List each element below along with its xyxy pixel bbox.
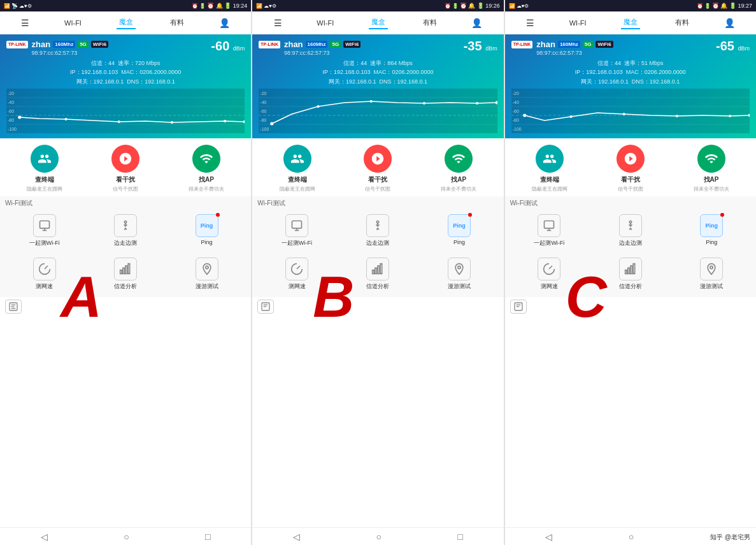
test-channel-c[interactable]: 信道分析 — [591, 254, 669, 294]
btn-interference-a[interactable]: 看干扰 信号干扰图 — [111, 145, 139, 193]
memo-icon-a[interactable] — [5, 300, 22, 314]
test-walk-a[interactable]: 边走边测 — [86, 210, 164, 251]
svg-point-31 — [476, 102, 478, 105]
interference-icon-b — [364, 145, 392, 173]
nav-mohe-b[interactable]: 魔盒 — [369, 16, 388, 29]
signal-unit-a: dBm — [233, 45, 245, 52]
svg-point-54 — [748, 114, 750, 117]
test-grid-c: 一起测Wi-Fi 边走边测 Ping Ping — [510, 210, 751, 294]
interference-sub-b: 信号干扰图 — [365, 185, 390, 193]
wifi-name-row-c: zhan 160Mhz 5G WiFi6 — [536, 40, 712, 49]
svg-point-52 — [676, 115, 678, 117]
wifi-mac-b: 98:97:cc:62:57:73 — [284, 50, 460, 56]
status-bar-a: 📶 📡 ☁♥⚙ ⏰ 🔋 ⏰ 🔔 🔋 19:24 — [0, 0, 251, 11]
test-channel-label-b: 信道分析 — [366, 282, 389, 291]
nav-youhao-a[interactable]: 有料 — [168, 17, 187, 29]
home-btn-b[interactable]: ○ — [376, 532, 382, 542]
wifi-name-row-a: zhan 160Mhz 5G WiFi6 — [32, 40, 208, 49]
test-roam-a[interactable]: 漫游测试 — [168, 254, 246, 294]
hamburger-c[interactable]: ☰ — [526, 18, 534, 28]
recent-btn-a[interactable]: □ — [205, 532, 210, 542]
btn-interference-c[interactable]: 看干扰 信号干扰图 — [617, 145, 645, 193]
action-buttons-a: 查终端 隐蔽老王在蹭网 看干扰 信号干扰图 找AP 得来全不费功夫 — [0, 138, 251, 196]
terminal-label-a: 查终端 — [35, 175, 54, 184]
status-left-c: 📶 ☁♥⚙ — [509, 3, 529, 9]
svg-point-8 — [224, 120, 226, 122]
test-walk-label-c: 边走边测 — [619, 239, 642, 247]
svg-point-13 — [124, 221, 126, 223]
test-speed-b[interactable]: 测网速 — [257, 254, 336, 294]
test-walk-c[interactable]: 边走边测 — [591, 210, 669, 251]
btn-terminal-c[interactable]: 查终端 隐蔽老王在蹭网 — [532, 145, 567, 193]
test-ping-c[interactable]: Ping Ping — [673, 210, 751, 251]
test-speed-c[interactable]: 测网速 — [510, 254, 588, 294]
user-icon-c[interactable]: 👤 — [724, 18, 735, 28]
test-speed-icon-a — [33, 258, 56, 280]
wifi-panel-a: TP-LINK zhan 160Mhz 5G WiFi6 98:97:cc:62… — [0, 34, 251, 138]
btn-terminal-b[interactable]: 查终端 隐蔽老王在蹭网 — [280, 145, 315, 193]
test-roam-b[interactable]: 漫游测试 — [420, 254, 498, 294]
svg-point-36 — [377, 221, 379, 223]
btn-findap-a[interactable]: 找AP 得来全不费功夫 — [189, 145, 224, 193]
nav-wifi-a[interactable]: WI-FI — [62, 18, 84, 28]
test-speed-a[interactable]: 测网速 — [5, 254, 83, 294]
svg-point-27 — [271, 122, 274, 126]
wifi-details-b: 信道：44 速率：864 Mbps IP：192.168.0.103 MAC：0… — [259, 59, 497, 86]
memo-icon-b[interactable] — [257, 300, 274, 314]
interference-icon-c — [617, 145, 645, 173]
misc-icons-b: ☁♥⚙ — [264, 3, 276, 9]
nav-wifi-c[interactable]: WI-FI — [567, 18, 589, 28]
svg-rect-59 — [625, 270, 627, 274]
btn-findap-c[interactable]: 找AP 得来全不费功夫 — [694, 145, 729, 193]
wifi-name-row-b: zhan 160Mhz 5G WiFi6 — [284, 40, 460, 49]
nav-youhao-b[interactable]: 有料 — [420, 17, 439, 29]
svg-point-29 — [370, 100, 373, 103]
test-wifi-c[interactable]: 一起测Wi-Fi — [510, 210, 588, 251]
wifi-signal-a: -60 dBm — [211, 40, 245, 52]
test-channel-b[interactable]: 信道分析 — [339, 254, 417, 294]
btn-interference-b[interactable]: 看干扰 信号干扰图 — [364, 145, 392, 193]
interference-sub-c: 信号干扰图 — [618, 185, 643, 193]
back-btn-b[interactable]: ◁ — [293, 532, 300, 542]
btn-terminal-a[interactable]: 查终端 隐蔽老王在蹭网 — [27, 145, 62, 193]
test-wifi-icon-b — [285, 214, 308, 237]
hamburger-b[interactable]: ☰ — [274, 18, 282, 28]
wifi-info-b: zhan 160Mhz 5G WiFi6 98:97:cc:62:57:73 — [284, 40, 460, 56]
findap-label-c: 找AP — [704, 175, 719, 184]
memo-icon-c[interactable] — [510, 300, 527, 314]
test-ping-a[interactable]: Ping Ping — [168, 210, 246, 251]
test-roam-icon-b — [448, 258, 471, 280]
wifi-info-c: zhan 160Mhz 5G WiFi6 98:97:cc:62:57:73 — [536, 40, 712, 56]
wifi-signal-b: -35 dBm — [464, 40, 497, 52]
test-walk-b[interactable]: 边走边测 — [339, 210, 417, 251]
badge-wifi6-c: WiFi6 — [596, 41, 613, 48]
nav-mohe-c[interactable]: 魔盒 — [621, 16, 640, 29]
nav-wifi-b[interactable]: WI-FI — [314, 18, 336, 28]
memo-section-b — [252, 297, 503, 317]
test-ping-icon-c: Ping — [700, 214, 723, 237]
test-channel-a[interactable]: 信道分析 — [86, 254, 164, 294]
test-ping-b[interactable]: Ping Ping — [420, 210, 498, 251]
test-wifi-b[interactable]: 一起测Wi-Fi — [257, 210, 336, 251]
svg-rect-37 — [373, 270, 374, 274]
hamburger-a[interactable]: ☰ — [21, 18, 29, 28]
test-wifi-a[interactable]: 一起测Wi-Fi — [5, 210, 83, 251]
terminal-label-c: 查终端 — [540, 175, 559, 184]
signal-num-b: -35 — [464, 39, 482, 53]
user-icon-b[interactable]: 👤 — [471, 18, 482, 28]
user-icon-a[interactable]: 👤 — [219, 18, 230, 28]
wifi-test-title-b: Wi-Fi测试 — [257, 199, 498, 208]
svg-point-30 — [423, 102, 425, 105]
back-btn-a[interactable]: ◁ — [41, 532, 48, 542]
btn-findap-b[interactable]: 找AP 得来全不费功夫 — [441, 145, 476, 193]
recent-btn-b[interactable]: □ — [457, 532, 462, 542]
tplink-logo-a: TP-LINK — [6, 41, 28, 48]
home-btn-c[interactable]: ○ — [629, 532, 634, 542]
test-roam-c[interactable]: 漫游测试 — [673, 254, 751, 294]
badge-5g-c: 5G — [583, 41, 594, 48]
home-btn-a[interactable]: ○ — [124, 532, 129, 542]
wifi-icon-a: 📡 — [11, 3, 18, 9]
nav-youhao-c[interactable]: 有料 — [673, 17, 692, 29]
nav-mohe-a[interactable]: 魔盒 — [117, 16, 136, 29]
back-btn-c[interactable]: ◁ — [545, 532, 552, 542]
